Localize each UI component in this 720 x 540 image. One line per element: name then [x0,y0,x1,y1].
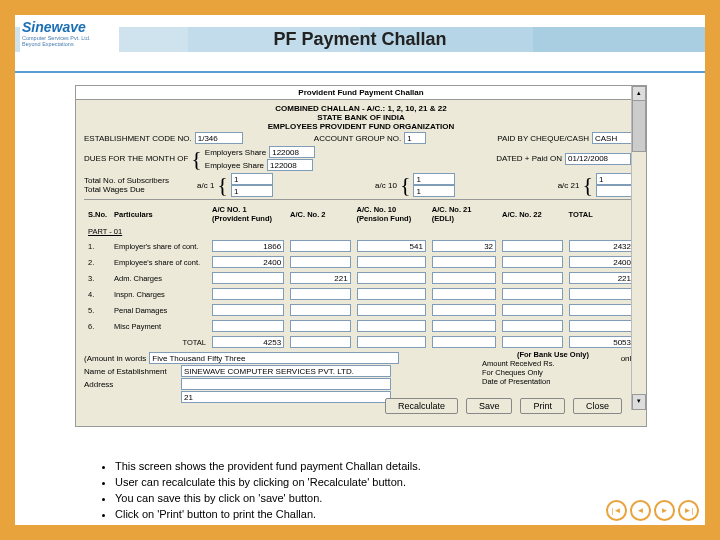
cell-ac21-input[interactable] [432,256,496,268]
vertical-scrollbar[interactable]: ▴ ▾ [631,86,646,410]
slide-header: Sinewave Computer Services Pvt. Ltd. Bey… [15,15,705,73]
cell-ac21-input[interactable] [432,288,496,300]
cell-ac10-input[interactable] [357,304,426,316]
ac1-wage-input[interactable] [231,185,273,197]
col-ac22: A/C. No. 22 [500,204,564,224]
bullet-item: You can save this by click on 'save' but… [115,490,421,506]
wages-label: Total Wages Due [84,185,194,194]
bullet-item: Click on 'Print' button to print the Cha… [115,506,421,522]
bank-header: (For Bank Use Only) [482,350,624,359]
emp-contri-label: Employers Share [205,148,266,157]
bank-amount: Amount Received Rs. [482,359,624,368]
cell-ac2-input[interactable] [290,320,350,332]
nav-next-button[interactable]: ► [654,500,675,521]
slide-nav: |◄ ◄ ► ►| [606,500,699,521]
ac10-sub-input[interactable] [413,173,455,185]
total-label: TOTAL [112,335,208,349]
recalculate-button[interactable]: Recalculate [385,398,458,414]
cell-ac2-input[interactable] [290,288,350,300]
cell-total-input[interactable] [569,288,634,300]
scroll-down-icon[interactable]: ▾ [632,394,646,410]
cell-ac21-input[interactable] [432,272,496,284]
cell-ac1-input[interactable] [212,272,284,284]
close-button[interactable]: Close [573,398,622,414]
table-row: 6.Misc Payment [86,319,636,333]
total-ac22-input[interactable] [502,336,562,348]
dated-on-label: DATED + Paid ON [496,154,562,163]
est-code-input[interactable] [195,132,243,144]
cell-ac21-input[interactable] [432,320,496,332]
save-button[interactable]: Save [466,398,513,414]
total-ac10-input[interactable] [357,336,426,348]
ac10-wage-input[interactable] [413,185,455,197]
amount-words-input[interactable] [149,352,399,364]
cell-ac21-input[interactable] [432,304,496,316]
table-row: 2.Employee's share of cont. [86,255,636,269]
cell-ac10-input[interactable] [357,272,426,284]
cell-total-input[interactable] [569,272,634,284]
col-ac1-sub: (Provident Fund) [212,214,284,223]
scroll-thumb[interactable] [632,100,646,152]
cell-ac2-input[interactable] [290,240,350,252]
total-ac21-input[interactable] [432,336,496,348]
nav-first-button[interactable]: |◄ [606,500,627,521]
est-code-label: ESTABLISHMENT CODE NO. [84,134,192,143]
account-group-input[interactable] [404,132,426,144]
employer-share-input[interactable] [269,146,315,158]
bank-use-box: (For Bank Use Only) Amount Received Rs. … [482,350,624,386]
cell-ac2-input[interactable] [290,304,350,316]
address2-input[interactable] [181,391,391,403]
cell-ac2-input[interactable] [290,272,350,284]
brace-icon: { [582,178,593,192]
print-button[interactable]: Print [520,398,565,414]
col-total: TOTAL [567,204,636,224]
cell-ac22-input[interactable] [502,256,562,268]
col-ac10-sub: (Pension Fund) [357,214,426,223]
cell-ac10-input[interactable] [357,320,426,332]
heading3: EMPLOYEES PROVIDENT FUND ORGANIZATION [84,122,638,131]
ac10-label: a/c 10 [375,181,397,190]
nav-prev-button[interactable]: ◄ [630,500,651,521]
total-ac1-input[interactable] [212,336,284,348]
subscribers-label: Total No. of Subscribers [84,176,194,185]
cell-ac22-input[interactable] [502,320,562,332]
employee-share-input[interactable] [267,159,313,171]
cell-ac21-input[interactable] [432,240,496,252]
col-ac1: A/C NO. 1 [212,205,284,214]
cell-ac1-input[interactable] [212,288,284,300]
bank-date: Date of Presentation [482,377,624,386]
brace-icon: { [191,152,202,166]
window-title: Provident Fund Payment Challan [76,86,646,100]
total-ac2-input[interactable] [290,336,350,348]
cell-ac1-input[interactable] [212,320,284,332]
cell-ac10-input[interactable] [357,240,426,252]
cell-ac10-input[interactable] [357,288,426,300]
bank-cheques: For Cheques Only [482,368,624,377]
cell-total-input[interactable] [569,304,634,316]
cell-ac1-input[interactable] [212,240,284,252]
cell-ac22-input[interactable] [502,272,562,284]
month-label: DUES FOR THE MONTH OF [84,154,188,163]
cell-ac22-input[interactable] [502,288,562,300]
cell-ac1-input[interactable] [212,256,284,268]
total-total-input[interactable] [569,336,634,348]
address-input[interactable] [181,378,391,390]
cell-ac22-input[interactable] [502,240,562,252]
bullet-item: This screen shows the provident fund pay… [115,458,421,474]
cell-total-input[interactable] [569,240,634,252]
ac1-sub-input[interactable] [231,173,273,185]
cell-ac22-input[interactable] [502,304,562,316]
cell-ac2-input[interactable] [290,256,350,268]
cell-total-input[interactable] [569,320,634,332]
cell-ac1-input[interactable] [212,304,284,316]
bullet-item: User can recalculate this by clicking on… [115,474,421,490]
name-est-input[interactable] [181,365,391,377]
dated-on-input[interactable] [565,153,631,165]
ac1-label: a/c 1 [197,181,214,190]
col-sno: S.No. [86,204,110,224]
cell-ac10-input[interactable] [357,256,426,268]
col-ac2: A/C. No. 2 [288,204,352,224]
cell-total-input[interactable] [569,256,634,268]
account-group-label: ACCOUNT GROUP NO. [314,134,401,143]
nav-last-button[interactable]: ►| [678,500,699,521]
